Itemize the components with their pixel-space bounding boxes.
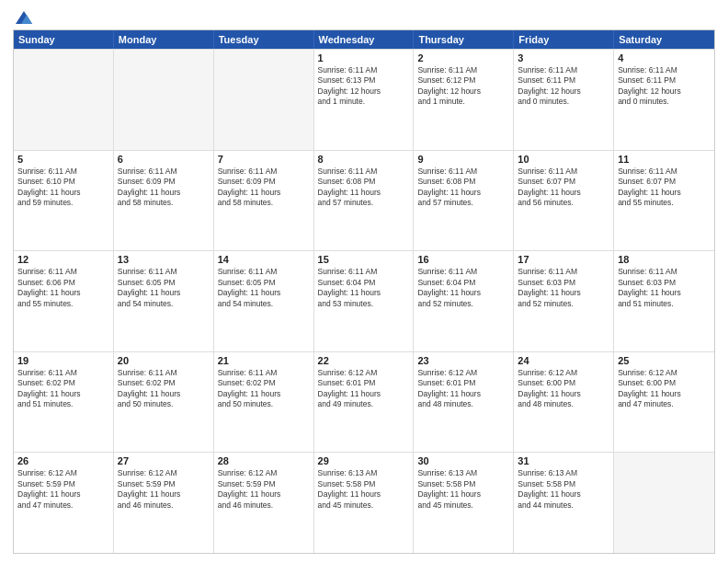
cal-cell-day-25: 25Sunrise: 6:12 AM Sunset: 6:00 PM Dayli…: [614, 352, 714, 453]
cal-cell-day-4: 4Sunrise: 6:11 AM Sunset: 6:11 PM Daylig…: [614, 50, 714, 150]
cal-cell-day-24: 24Sunrise: 6:12 AM Sunset: 6:00 PM Dayli…: [514, 352, 614, 453]
cell-info: Sunrise: 6:12 AM Sunset: 5:59 PM Dayligh…: [218, 468, 310, 511]
cal-cell-empty: [614, 453, 714, 553]
cal-cell-day-13: 13Sunrise: 6:11 AM Sunset: 6:05 PM Dayli…: [114, 251, 214, 351]
day-number: 22: [318, 355, 410, 366]
cell-info: Sunrise: 6:12 AM Sunset: 5:59 PM Dayligh…: [118, 468, 210, 511]
day-number: 6: [118, 154, 210, 165]
day-number: 23: [417, 355, 509, 366]
day-number: 21: [218, 355, 310, 366]
cell-info: Sunrise: 6:11 AM Sunset: 6:07 PM Dayligh…: [618, 167, 711, 209]
cell-info: Sunrise: 6:11 AM Sunset: 6:11 PM Dayligh…: [518, 65, 609, 108]
day-number: 29: [318, 455, 410, 466]
cell-info: Sunrise: 6:12 AM Sunset: 6:01 PM Dayligh…: [417, 368, 509, 410]
cal-cell-day-20: 20Sunrise: 6:11 AM Sunset: 6:02 PM Dayli…: [114, 352, 214, 453]
day-number: 10: [518, 154, 609, 165]
cell-info: Sunrise: 6:12 AM Sunset: 6:01 PM Dayligh…: [318, 368, 410, 410]
weekday-header-thursday: Thursday: [414, 30, 514, 49]
day-number: 4: [618, 52, 711, 63]
cell-info: Sunrise: 6:11 AM Sunset: 6:09 PM Dayligh…: [218, 167, 310, 209]
cell-info: Sunrise: 6:11 AM Sunset: 6:04 PM Dayligh…: [318, 267, 410, 309]
cal-cell-day-7: 7Sunrise: 6:11 AM Sunset: 6:09 PM Daylig…: [214, 151, 314, 251]
cell-info: Sunrise: 6:11 AM Sunset: 6:13 PM Dayligh…: [318, 65, 410, 108]
cell-info: Sunrise: 6:11 AM Sunset: 6:02 PM Dayligh…: [17, 368, 109, 410]
cal-cell-day-19: 19Sunrise: 6:11 AM Sunset: 6:02 PM Dayli…: [14, 352, 114, 453]
logo-icon: [14, 9, 34, 26]
cal-cell-day-12: 12Sunrise: 6:11 AM Sunset: 6:06 PM Dayli…: [14, 251, 114, 351]
cal-cell-day-2: 2Sunrise: 6:11 AM Sunset: 6:12 PM Daylig…: [414, 50, 514, 150]
day-number: 28: [218, 455, 310, 466]
day-number: 18: [618, 254, 711, 265]
cell-info: Sunrise: 6:11 AM Sunset: 6:05 PM Dayligh…: [118, 267, 210, 309]
day-number: 26: [17, 455, 109, 466]
day-number: 30: [417, 455, 509, 466]
day-number: 25: [618, 355, 711, 366]
cell-info: Sunrise: 6:11 AM Sunset: 6:07 PM Dayligh…: [518, 167, 609, 209]
day-number: 13: [118, 254, 210, 265]
weekday-header-tuesday: Tuesday: [214, 30, 314, 49]
cal-cell-day-28: 28Sunrise: 6:12 AM Sunset: 5:59 PM Dayli…: [214, 453, 314, 553]
calendar-header: SundayMondayTuesdayWednesdayThursdayFrid…: [14, 30, 714, 49]
cell-info: Sunrise: 6:11 AM Sunset: 6:11 PM Dayligh…: [618, 65, 711, 108]
weekday-header-wednesday: Wednesday: [314, 30, 415, 49]
day-number: 27: [118, 455, 210, 466]
cal-cell-day-21: 21Sunrise: 6:11 AM Sunset: 6:02 PM Dayli…: [214, 352, 314, 453]
day-number: 7: [218, 154, 310, 165]
day-number: 2: [417, 52, 509, 63]
cell-info: Sunrise: 6:11 AM Sunset: 6:09 PM Dayligh…: [118, 167, 210, 209]
cell-info: Sunrise: 6:11 AM Sunset: 6:05 PM Dayligh…: [218, 267, 310, 309]
day-number: 14: [218, 254, 310, 265]
day-number: 31: [518, 455, 609, 466]
cal-cell-empty: [214, 50, 314, 150]
cal-cell-day-8: 8Sunrise: 6:11 AM Sunset: 6:08 PM Daylig…: [314, 151, 415, 251]
cal-cell-day-10: 10Sunrise: 6:11 AM Sunset: 6:07 PM Dayli…: [514, 151, 614, 251]
day-number: 11: [618, 154, 711, 165]
cell-info: Sunrise: 6:11 AM Sunset: 6:12 PM Dayligh…: [417, 65, 509, 108]
cal-cell-empty: [14, 50, 114, 150]
logo: [13, 9, 34, 22]
cell-info: Sunrise: 6:11 AM Sunset: 6:08 PM Dayligh…: [318, 167, 410, 209]
weekday-header-friday: Friday: [514, 30, 614, 49]
cell-info: Sunrise: 6:11 AM Sunset: 6:03 PM Dayligh…: [618, 267, 711, 309]
cal-cell-day-11: 11Sunrise: 6:11 AM Sunset: 6:07 PM Dayli…: [614, 151, 714, 251]
cal-row-3: 19Sunrise: 6:11 AM Sunset: 6:02 PM Dayli…: [14, 351, 714, 453]
calendar-page: SundayMondayTuesdayWednesdayThursdayFrid…: [0, 0, 728, 563]
cal-row-4: 26Sunrise: 6:12 AM Sunset: 5:59 PM Dayli…: [14, 452, 714, 553]
cell-info: Sunrise: 6:11 AM Sunset: 6:10 PM Dayligh…: [17, 167, 109, 209]
cell-info: Sunrise: 6:13 AM Sunset: 5:58 PM Dayligh…: [518, 468, 609, 511]
cell-info: Sunrise: 6:11 AM Sunset: 6:02 PM Dayligh…: [118, 368, 210, 410]
cal-row-2: 12Sunrise: 6:11 AM Sunset: 6:06 PM Dayli…: [14, 250, 714, 351]
cell-info: Sunrise: 6:11 AM Sunset: 6:06 PM Dayligh…: [17, 267, 109, 309]
day-number: 1: [318, 52, 410, 63]
day-number: 12: [17, 254, 109, 265]
cell-info: Sunrise: 6:11 AM Sunset: 6:08 PM Dayligh…: [417, 167, 509, 209]
cal-cell-day-6: 6Sunrise: 6:11 AM Sunset: 6:09 PM Daylig…: [114, 151, 214, 251]
cal-cell-day-31: 31Sunrise: 6:13 AM Sunset: 5:58 PM Dayli…: [514, 453, 614, 553]
cal-cell-day-30: 30Sunrise: 6:13 AM Sunset: 5:58 PM Dayli…: [414, 453, 514, 553]
cell-info: Sunrise: 6:11 AM Sunset: 6:03 PM Dayligh…: [518, 267, 609, 309]
header: [13, 9, 715, 22]
cal-cell-day-15: 15Sunrise: 6:11 AM Sunset: 6:04 PM Dayli…: [314, 251, 415, 351]
day-number: 8: [318, 154, 410, 165]
day-number: 20: [118, 355, 210, 366]
cell-info: Sunrise: 6:11 AM Sunset: 6:02 PM Dayligh…: [218, 368, 310, 410]
cal-cell-day-1: 1Sunrise: 6:11 AM Sunset: 6:13 PM Daylig…: [314, 50, 415, 150]
day-number: 5: [17, 154, 109, 165]
day-number: 17: [518, 254, 609, 265]
day-number: 15: [318, 254, 410, 265]
day-number: 24: [518, 355, 609, 366]
day-number: 3: [518, 52, 609, 63]
cal-cell-day-17: 17Sunrise: 6:11 AM Sunset: 6:03 PM Dayli…: [514, 251, 614, 351]
weekday-header-monday: Monday: [114, 30, 214, 49]
cal-cell-day-3: 3Sunrise: 6:11 AM Sunset: 6:11 PM Daylig…: [514, 50, 614, 150]
cal-cell-day-22: 22Sunrise: 6:12 AM Sunset: 6:01 PM Dayli…: [314, 352, 415, 453]
cal-cell-day-16: 16Sunrise: 6:11 AM Sunset: 6:04 PM Dayli…: [414, 251, 514, 351]
cal-cell-day-27: 27Sunrise: 6:12 AM Sunset: 5:59 PM Dayli…: [114, 453, 214, 553]
weekday-header-sunday: Sunday: [14, 30, 114, 49]
cal-cell-day-23: 23Sunrise: 6:12 AM Sunset: 6:01 PM Dayli…: [414, 352, 514, 453]
cal-cell-day-18: 18Sunrise: 6:11 AM Sunset: 6:03 PM Dayli…: [614, 251, 714, 351]
cell-info: Sunrise: 6:13 AM Sunset: 5:58 PM Dayligh…: [417, 468, 509, 511]
cal-cell-day-9: 9Sunrise: 6:11 AM Sunset: 6:08 PM Daylig…: [414, 151, 514, 251]
cal-row-0: 1Sunrise: 6:11 AM Sunset: 6:13 PM Daylig…: [14, 49, 714, 150]
cell-info: Sunrise: 6:13 AM Sunset: 5:58 PM Dayligh…: [318, 468, 410, 511]
